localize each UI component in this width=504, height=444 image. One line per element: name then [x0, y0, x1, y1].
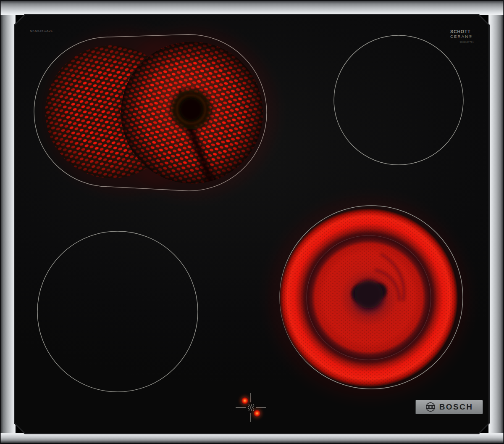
bosch-wordmark: BOSCH [439, 402, 473, 412]
zone-front-right [269, 198, 469, 403]
zone-back-right-outline [334, 35, 463, 165]
zone-front-left-outline [37, 231, 198, 392]
model-number: NKN645GA2E [30, 29, 53, 33]
bosch-logo-icon [425, 402, 436, 412]
schott-wordmark: SCHOTT [450, 29, 475, 34]
indicator-cross [236, 393, 266, 422]
zone-back-left [34, 29, 276, 197]
residual-heat-indicator [236, 393, 266, 422]
heat-wave-icon [248, 404, 254, 411]
ceran-wordmark: CERAN® [450, 34, 475, 39]
bosch-ceramic-hob-photo: { "hob": { "model_number": "NKN645GA2E",… [0, 0, 504, 444]
part-number: 9001607791 [450, 41, 475, 44]
led-dot [254, 410, 260, 417]
bosch-badge: BOSCH [415, 400, 483, 414]
led-dot [242, 397, 248, 404]
cooktop-graphic [0, 0, 504, 444]
glass-brand-logo: SCHOTT CERAN® 9001607791 [450, 29, 475, 44]
